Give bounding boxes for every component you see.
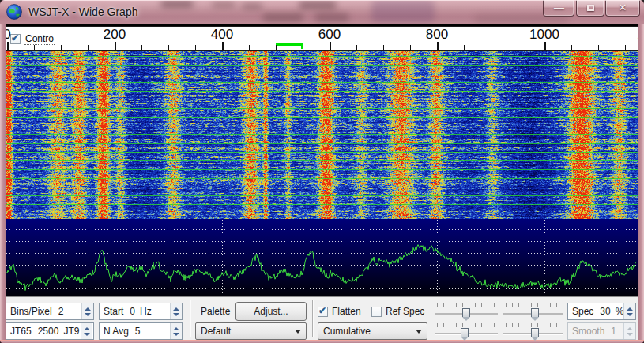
controls-checkbox-box[interactable]: ✔ xyxy=(10,34,21,44)
bins-per-pixel-label: Bins/Pixel xyxy=(10,306,52,317)
scale-tick xyxy=(491,45,491,50)
scale-tick-label: 200 xyxy=(104,27,126,43)
window-title: WSJT-X - Wide Graph xyxy=(28,0,137,24)
maximize-button[interactable] xyxy=(576,0,604,17)
scale-tick-label: 600 xyxy=(318,27,341,43)
smooth-value: 1 xyxy=(611,326,616,337)
minimize-button[interactable]: — xyxy=(543,0,574,17)
scale-tick xyxy=(598,45,599,50)
slider-ticks xyxy=(437,303,495,307)
slider-thumb[interactable] xyxy=(531,308,539,317)
panel-separator xyxy=(190,300,190,337)
palette-select[interactable]: Default xyxy=(195,322,307,340)
ref-spec-checkbox-box[interactable] xyxy=(371,307,382,317)
scale-tick xyxy=(464,45,465,50)
scale-tick-label: 800 xyxy=(426,27,448,43)
adjust-button[interactable]: Adjust... xyxy=(235,302,307,321)
spectrum-gain-slider[interactable] xyxy=(435,322,498,340)
display-mode-select[interactable]: Cumulative xyxy=(318,322,427,340)
wide-graph-client: ✔Contro 020040060080010001200 Bins/Pixel… xyxy=(6,24,638,340)
spinner-arrows-icon[interactable] xyxy=(623,303,635,319)
spinner-arrows-icon[interactable] xyxy=(170,323,182,339)
close-icon: ✕ xyxy=(619,0,627,15)
controls-checkbox[interactable]: ✔Contro xyxy=(10,33,55,44)
scale-tick xyxy=(303,45,303,50)
desktop-reflection-blob xyxy=(242,3,262,9)
spinner-arrows-icon[interactable] xyxy=(81,303,93,319)
window-frame-right xyxy=(638,24,644,340)
flatten-checkbox[interactable]: ✔ Flatten xyxy=(318,303,361,320)
spec-label: Spec xyxy=(572,306,593,317)
check-icon: ✔ xyxy=(318,305,326,316)
start-hz-spinbox[interactable]: Start 0 Hz xyxy=(99,303,183,320)
spinner-arrows-icon xyxy=(623,323,635,339)
scale-tick-label: 0 xyxy=(6,27,11,43)
window-frame-bottom xyxy=(0,340,644,343)
frequency-scale[interactable]: ✔Contro 020040060080010001200 xyxy=(6,26,638,51)
desktop-reflection-blob xyxy=(262,13,303,21)
spectrum-zero-slider[interactable] xyxy=(503,322,563,340)
wide-graph-window: WSJT-X - Wide Graph — ✕ ✔Contro 02004006… xyxy=(0,0,644,343)
bins-per-pixel-spinbox[interactable]: Bins/Pixel 2 xyxy=(6,303,94,320)
waterfall-zero-slider[interactable] xyxy=(503,303,563,320)
scale-tick xyxy=(195,45,196,50)
scale-tick xyxy=(571,45,572,50)
start-unit: Hz xyxy=(140,306,152,317)
spectrum-display[interactable] xyxy=(6,219,638,296)
scale-tick xyxy=(249,45,250,50)
scale-tick xyxy=(383,45,384,50)
close-button[interactable]: ✕ xyxy=(605,0,640,17)
spinner-arrows-icon[interactable] xyxy=(170,303,182,319)
scale-tick xyxy=(34,45,35,50)
slider-thumb[interactable] xyxy=(531,328,539,337)
slider-ticks xyxy=(437,323,495,327)
ref-spec-checkbox[interactable]: Ref Spec xyxy=(371,303,424,320)
scale-tick xyxy=(330,42,331,50)
scale-tick xyxy=(625,45,626,50)
dropdown-arrow-icon xyxy=(295,330,301,334)
scale-tick xyxy=(410,45,411,50)
jt65-jt9-split-spinbox[interactable]: JT65 2500 JT9 xyxy=(6,322,94,340)
n-avg-value: 5 xyxy=(135,326,141,337)
rx-marker-bar xyxy=(276,43,303,46)
scale-tick xyxy=(7,42,9,50)
title-bar[interactable]: WSJT-X - Wide Graph — ✕ xyxy=(0,0,644,24)
palette-select-value: Default xyxy=(201,326,231,337)
jt-split-value: 2500 xyxy=(38,326,59,337)
controls-checkbox-label: Contro xyxy=(24,33,55,45)
scale-tick xyxy=(544,42,546,50)
flatten-checkbox-box[interactable]: ✔ xyxy=(318,307,328,317)
spec-percent-spinbox[interactable]: Spec 30 % xyxy=(567,303,636,320)
n-avg-label: N Avg xyxy=(104,326,129,337)
spinner-arrows-icon[interactable] xyxy=(81,323,92,339)
start-value: 0 xyxy=(130,306,135,317)
waterfall-display[interactable] xyxy=(6,51,638,219)
smooth-label: Smooth xyxy=(572,326,604,337)
control-panel: Bins/Pixel 2 Start 0 Hz Palette Adjust..… xyxy=(6,296,638,340)
scale-tick-label: 1000 xyxy=(529,27,559,43)
ref-spec-label: Ref Spec xyxy=(386,306,424,317)
spec-value: 30 xyxy=(600,306,610,317)
slider-thumb[interactable] xyxy=(462,308,470,317)
scale-tick xyxy=(356,45,357,50)
start-label: Start xyxy=(104,306,123,317)
waterfall-gain-slider[interactable] xyxy=(435,303,498,320)
n-avg-spinbox[interactable]: N Avg 5 xyxy=(99,322,183,340)
scale-tick xyxy=(276,45,277,50)
slider-thumb[interactable] xyxy=(461,328,469,337)
smooth-spinbox[interactable]: Smooth 1 xyxy=(567,322,636,340)
scale-tick-label: 400 xyxy=(211,27,233,43)
panel-separator xyxy=(312,300,313,337)
desktop-reflection-blob xyxy=(371,0,435,22)
window-frame-left xyxy=(0,24,6,340)
scale-tick xyxy=(141,45,142,50)
scale-tick xyxy=(88,45,89,50)
scale-tick xyxy=(222,42,224,50)
minimize-icon: — xyxy=(554,0,563,15)
desktop-reflection-blob xyxy=(299,1,337,9)
scale-tick-label: 1200 xyxy=(637,27,638,43)
scale-tick xyxy=(518,45,518,50)
maximize-icon xyxy=(587,5,594,11)
bins-per-pixel-value: 2 xyxy=(58,306,64,317)
scale-tick xyxy=(437,42,439,50)
